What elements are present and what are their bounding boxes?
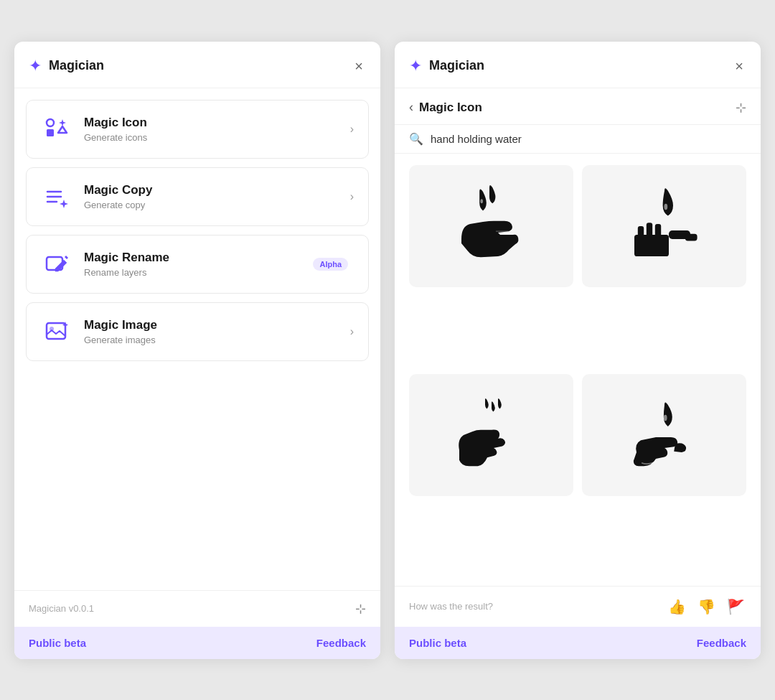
back-button[interactable]: ‹ Magic Icon	[409, 100, 482, 115]
svg-rect-7	[47, 323, 65, 339]
magic-rename-subtitle: Rename layers	[84, 267, 169, 278]
icon-result-1[interactable]	[409, 165, 573, 287]
magic-copy-icon	[41, 181, 72, 213]
public-beta-right[interactable]: Public beta	[409, 637, 466, 649]
left-panel-header: ✦ Magician ×	[14, 42, 380, 88]
back-nav: ‹ Magic Icon ⊹	[395, 88, 761, 125]
svg-rect-0	[47, 129, 54, 136]
magic-icon-icon	[41, 113, 72, 145]
svg-point-17	[663, 414, 667, 420]
right-title-group: ✦ Magician	[409, 57, 484, 75]
search-bar: 🔍 hand holding water	[395, 125, 761, 154]
sparkle-icon-left: ✦	[29, 57, 42, 75]
back-title: Magic Icon	[419, 101, 482, 115]
sparkle-icon-right: ✦	[409, 57, 422, 75]
magic-icon-subtitle: Generate icons	[84, 132, 147, 143]
version-text: Magician v0.0.1	[29, 603, 94, 614]
feedback-left[interactable]: Feedback	[316, 637, 366, 649]
right-close-button[interactable]: ×	[732, 56, 746, 76]
svg-rect-16	[685, 233, 697, 241]
left-panel-title: Magician	[49, 58, 104, 73]
left-footer-bar: Public beta Feedback	[14, 627, 380, 659]
left-panel: ✦ Magician ×	[14, 42, 380, 659]
menu-item-magic-image[interactable]: Magic Image Generate images ›	[26, 302, 369, 361]
magic-copy-arrow: ›	[350, 190, 354, 203]
thumbup-button[interactable]: 👍	[667, 597, 687, 617]
left-close-button[interactable]: ×	[352, 56, 366, 76]
magic-rename-icon	[41, 248, 72, 280]
search-value[interactable]: hand holding water	[431, 133, 522, 145]
magic-icon-title: Magic Icon	[84, 116, 147, 130]
svg-rect-14	[654, 224, 660, 238]
menu-item-magic-icon[interactable]: Magic Icon Generate icons ›	[26, 100, 369, 159]
app-container: ✦ Magician ×	[0, 0, 775, 700]
search-icon: 🔍	[409, 132, 423, 146]
flag-button[interactable]: 🚩	[725, 597, 746, 617]
magic-image-arrow: ›	[350, 325, 354, 338]
icon-result-3[interactable]	[409, 374, 573, 496]
result-prompt: How was the result?	[409, 601, 658, 612]
magic-copy-subtitle: Generate copy	[84, 200, 152, 210]
right-panel-header: ✦ Magician ×	[395, 42, 761, 88]
public-beta-left[interactable]: Public beta	[29, 637, 86, 649]
right-panel-title: Magician	[429, 58, 484, 73]
magic-image-icon	[41, 316, 72, 347]
svg-point-10	[664, 203, 667, 209]
svg-rect-13	[646, 223, 652, 238]
icons-grid	[395, 154, 761, 586]
svg-point-9	[480, 199, 483, 203]
settings-icon-left[interactable]: ⊹	[355, 601, 366, 617]
magic-icon-arrow: ›	[350, 123, 354, 136]
magic-rename-title: Magic Rename	[84, 251, 169, 265]
right-footer-bar: Public beta Feedback	[395, 627, 761, 659]
left-panel-content: Magic Icon Generate icons ›	[14, 88, 380, 590]
settings-icon-right[interactable]: ⊹	[736, 100, 746, 116]
svg-point-1	[47, 119, 54, 126]
icon-result-2[interactable]	[582, 165, 746, 287]
svg-marker-2	[58, 126, 67, 133]
magic-image-subtitle: Generate images	[84, 335, 157, 345]
back-arrow-icon: ‹	[409, 100, 413, 115]
alpha-badge: Alpha	[313, 258, 348, 271]
left-panel-footer: Magician v0.0.1 ⊹	[14, 590, 380, 627]
thumbdown-button[interactable]: 👎	[696, 597, 717, 617]
result-footer: How was the result? 👍 👎 🚩	[395, 586, 761, 627]
icon-result-4[interactable]	[582, 374, 746, 496]
menu-item-magic-copy[interactable]: Magic Copy Generate copy ›	[26, 167, 369, 226]
magic-copy-title: Magic Copy	[84, 183, 152, 197]
magic-image-title: Magic Image	[84, 318, 157, 332]
left-title-group: ✦ Magician	[29, 57, 104, 75]
svg-rect-12	[637, 226, 643, 239]
menu-item-magic-rename[interactable]: Magic Rename Rename layers Alpha	[26, 235, 369, 294]
feedback-right[interactable]: Feedback	[697, 637, 746, 649]
right-panel: ✦ Magician × ‹ Magic Icon ⊹ 🔍 hand holdi…	[395, 42, 761, 659]
